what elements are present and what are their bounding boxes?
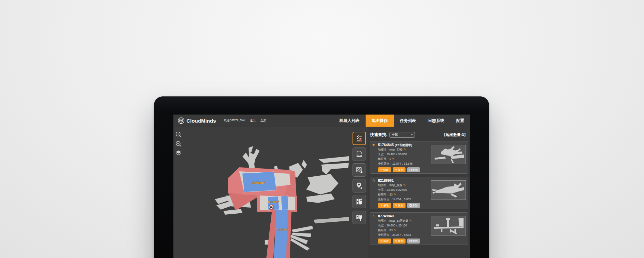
map-viewport[interactable]: 40.519m² 8.614m² 80.215m² [173,127,351,258]
measure-area-tool-icon[interactable] [353,147,366,161]
map-size-row: 长宽：25.400 x 50.000 [378,153,407,157]
layers-icon[interactable] [175,150,182,157]
map-floor-row: 楼层号：1✎ [378,157,394,161]
nav-robot-list[interactable]: 机器人列表 [333,115,366,127]
favorite-star-icon[interactable]: ☆ [372,178,375,183]
trash-icon [410,204,412,207]
favorite-star-icon[interactable]: ☆ [372,214,375,218]
cloudminds-logo-icon [178,117,184,124]
edit-pencil-icon[interactable]: ✎ [409,219,412,222]
edit-pencil-icon[interactable]: ✎ [392,157,395,161]
map-card-title: 51764845 (12号使用中) [378,143,412,147]
map-card-title: 82186961 [378,178,394,182]
zone-area-label: 40.519m² [252,181,265,184]
map-origin-row: 坐标原点：14.204，5.952 [378,198,411,202]
map-origin-row: 坐标原点：12.874，33.946 [378,162,413,166]
map-thumbnail[interactable] [431,180,466,200]
chevron-down-icon: ▾ [411,133,413,136]
map-filter-selected-value: 全部 [392,133,398,137]
welcome-text: 欢迎BJDT2_Test [224,119,245,123]
app-header: CloudMinds 欢迎BJDT2_Test 退出 全屏 机器人列表 地图操作… [173,115,470,127]
map-marker-tool-icon[interactable] [353,195,366,208]
map-card: ★ 51764845 (12号使用中) 地图名：map_33楼✎ 长宽：25.4… [370,141,468,174]
map-card-title: 87749840 [378,214,394,218]
map-name-row: 地图名：map_腿腿✎ [378,183,406,187]
zoom-out-icon[interactable] [175,140,182,147]
map-count-badge: 【地图数量:3】 [442,132,468,137]
edit-pencil-icon[interactable]: ✎ [403,183,406,187]
map-name-row: 地图名：map_33层走廊✎ [378,219,412,223]
robot-marker[interactable] [269,205,274,210]
nav-map-operations[interactable]: 地图操作 [366,115,394,127]
map-origin-row: 坐标原点：34.247，8.533 [378,233,411,237]
zone-area-label: 80.215m² [275,228,288,231]
trash-icon [410,169,412,171]
edit-map-button[interactable]: ✎修改 [378,167,391,172]
map-thumbnail[interactable] [431,145,466,164]
fullscreen-link[interactable]: 全屏 [260,119,266,123]
map-id: 51764845 [378,143,394,147]
brand-name: CloudMinds [186,118,216,124]
map-thumbnail[interactable] [431,216,466,235]
favorite-star-icon[interactable]: ★ [372,143,375,147]
copy-map-button[interactable]: ✎复制 [393,203,406,208]
map-canvas[interactable]: 40.519m² 8.614m² 80.215m² [173,127,351,258]
location-pin-add-tool-icon[interactable] [353,179,366,192]
zone-area-label: 8.614m² [268,200,279,204]
map-size-row: 长宽：23.200 x 22.900 [378,188,407,192]
logout-link[interactable]: 退出 [250,119,256,123]
nav-log-system[interactable]: 日志系统 [422,115,450,127]
map-tool-strip [351,127,368,258]
copy-map-button[interactable]: ✎复制 [393,167,406,172]
map-in-use-flag: (12号使用中) [395,143,412,147]
edit-map-button[interactable]: ✎修改 [378,203,391,208]
map-name-row: 地图名：map_33楼✎ [378,148,406,152]
map-size-row: 长宽：56.600 x 25.100 [378,224,407,228]
delete-map-button[interactable]: 删除 [407,167,420,172]
edit-pencil-icon[interactable]: ✎ [404,148,406,151]
app-screen: CloudMinds 欢迎BJDT2_Test 退出 全屏 机器人列表 地图操作… [173,115,470,258]
edit-pencil-icon[interactable]: ✎ [393,228,396,232]
map-id: 87749840 [378,214,394,218]
zoom-in-icon[interactable] [175,131,182,138]
trash-icon [410,240,412,242]
laptop-frame: CloudMinds 欢迎BJDT2_Test 退出 全屏 机器人列表 地图操作… [154,96,489,258]
map-card: ☆ 82186961 地图名：map_腿腿✎ 长宽：23.200 x 22.90… [370,177,468,209]
map-card: ☆ 87749840 地图名：map_33层走廊✎ 长宽：56.600 x 25… [370,212,468,245]
task-checklist-pin-tool-icon[interactable] [353,132,366,145]
nav-config[interactable]: 配置 [450,115,470,127]
map-list-panel: 快速查找: 全部 ▾ 【地图数量:3】 ★ 51764845 (12号使用中) … [368,127,470,258]
map-floor-row: 楼层号：33✎ [378,193,396,197]
quick-search-label: 快速查找: [370,132,387,138]
copy-map-button[interactable]: ✎复制 [393,239,406,244]
edit-map-button[interactable]: ✎修改 [378,239,391,244]
delete-map-button[interactable]: 删除 [407,203,420,208]
delete-map-button[interactable]: 删除 [407,239,420,244]
main-nav: 机器人列表 地图操作 任务列表 日志系统 配置 [333,115,470,127]
brand: CloudMinds [173,115,216,127]
map-id: 82186961 [378,178,394,182]
edit-pencil-icon[interactable]: ✎ [393,193,396,196]
map-floor-row: 楼层号：33✎ [378,228,396,232]
map-filter-select[interactable]: 全部 ▾ [389,132,415,138]
nav-task-list[interactable]: 任务列表 [394,115,422,127]
map-upload-tool-icon[interactable] [353,211,366,224]
hatched-region-add-tool-icon[interactable] [353,163,366,177]
